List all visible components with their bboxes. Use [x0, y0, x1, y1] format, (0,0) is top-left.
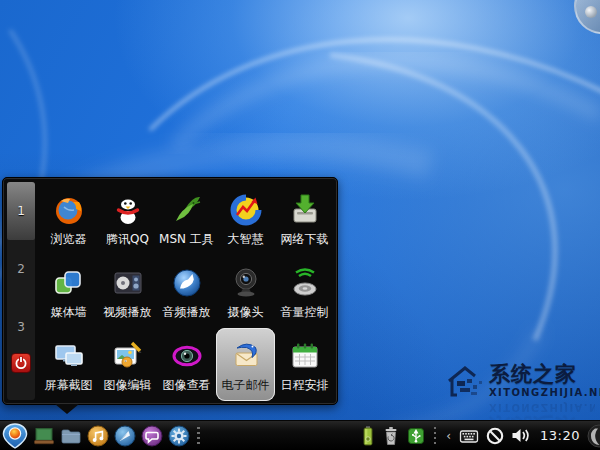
tray-input-disabled[interactable] [486, 427, 504, 445]
taskbar: ‹ [0, 420, 600, 450]
app-label: 音频播放 [163, 305, 211, 319]
taskbar-separator-handle[interactable] [195, 427, 202, 445]
app-grid: 浏览器 腾讯QQ [39, 183, 334, 401]
calendar-icon [286, 337, 324, 375]
taskbar-clock[interactable]: 13:20 [537, 428, 580, 443]
chat-bubble-icon [141, 425, 163, 447]
app-label: 图像编辑 [104, 378, 152, 392]
app-label: MSN 工具 [159, 232, 214, 246]
tray-collapse-button[interactable]: ‹ [445, 431, 452, 441]
tray-trash[interactable] [382, 426, 400, 446]
taskbar-item-files[interactable] [60, 425, 82, 447]
speaker-icon [511, 427, 530, 444]
watermark-subtitle: XITONGZHIJIA.NET [489, 387, 600, 398]
app-item-calendar[interactable]: 日程安排 [275, 328, 334, 401]
watermark-title: 系统之家 [489, 363, 600, 385]
app-item-email[interactable]: 电子邮件 [216, 328, 275, 401]
settings-gear-icon [168, 425, 190, 447]
audio-player-icon [168, 264, 206, 302]
launcher-pin-icon [2, 423, 28, 449]
taskbar-corner-button[interactable] [587, 424, 600, 448]
disabled-input-icon [486, 427, 504, 445]
taskbar-item-music[interactable] [87, 425, 109, 447]
app-label: 网络下载 [281, 232, 329, 246]
menu-pointer-arrow [55, 404, 79, 414]
volume-control-icon [286, 264, 324, 302]
menu-page-tab-1[interactable]: 1 [7, 182, 35, 240]
app-label: 浏览器 [51, 232, 87, 246]
app-item-webcam[interactable]: 摄像头 [216, 256, 275, 329]
tray-volume[interactable] [511, 427, 530, 444]
app-label: 摄像头 [228, 305, 264, 319]
app-label: 媒体墙 [51, 305, 87, 319]
app-item-videoplayer[interactable]: 视频播放 [98, 256, 157, 329]
taskbar-item-chat[interactable] [141, 425, 163, 447]
image-viewer-icon [168, 337, 206, 375]
taskbar-tray: ‹ [361, 424, 600, 448]
stock-chart-icon [227, 191, 265, 229]
taskbar-item-desktop[interactable] [33, 425, 55, 447]
tray-usb[interactable] [407, 427, 425, 445]
logo-disc-icon [587, 424, 600, 448]
screenshot-icon [50, 337, 88, 375]
compass-browser-icon [114, 425, 136, 447]
app-label: 大智慧 [228, 232, 264, 246]
app-label: 图像查看 [163, 378, 211, 392]
app-item-qq[interactable]: 腾讯QQ [98, 183, 157, 256]
media-wall-icon [50, 264, 88, 302]
app-label: 电子邮件 [222, 378, 270, 392]
app-launcher-menu: 1 2 3 浏览器 [2, 177, 338, 405]
thunderbird-mail-icon [227, 337, 265, 375]
app-item-download[interactable]: 网络下载 [275, 183, 334, 256]
app-label: 屏幕截图 [45, 378, 93, 392]
menu-page-sidebar: 1 2 3 [7, 182, 35, 400]
app-item-imageviewer[interactable]: 图像查看 [157, 328, 216, 401]
app-item-volumecontrol[interactable]: 音量控制 [275, 256, 334, 329]
app-item-screenshot[interactable]: 屏幕截图 [39, 328, 98, 401]
battery-icon [361, 425, 375, 447]
app-item-msn[interactable]: MSN 工具 [157, 183, 216, 256]
taskbar-left-icons [0, 423, 202, 449]
keyboard-icon [459, 427, 479, 445]
msn-bird-icon [168, 191, 206, 229]
tray-separator-handle[interactable] [432, 427, 439, 445]
widget-swirl-logo-icon [585, 6, 597, 18]
app-label: 日程安排 [281, 378, 329, 392]
video-player-icon [109, 264, 147, 302]
qq-penguin-icon [109, 191, 147, 229]
download-icon [286, 191, 324, 229]
file-manager-icon [60, 425, 82, 447]
menu-page-tab-2[interactable]: 2 [7, 240, 35, 298]
usb-icon [407, 427, 425, 445]
launcher-button[interactable] [2, 423, 28, 449]
tray-keyboard[interactable] [459, 427, 479, 445]
app-item-mediawall[interactable]: 媒体墙 [39, 256, 98, 329]
menu-page-tab-3[interactable]: 3 [7, 298, 35, 356]
app-item-dazhihui[interactable]: 大智慧 [216, 183, 275, 256]
app-item-audioplayer[interactable]: 音频播放 [157, 256, 216, 329]
music-player-icon [87, 425, 109, 447]
trash-icon [382, 426, 400, 446]
image-editor-icon [109, 337, 147, 375]
taskbar-item-browser[interactable] [114, 425, 136, 447]
power-button[interactable] [11, 353, 31, 373]
firefox-browser-icon [50, 191, 88, 229]
app-item-browser[interactable]: 浏览器 [39, 183, 98, 256]
power-icon [13, 355, 29, 371]
house-logo-icon [443, 359, 487, 401]
app-label: 音量控制 [281, 305, 329, 319]
desktop-board-icon [33, 425, 55, 447]
app-label: 腾讯QQ [106, 232, 149, 246]
tray-battery[interactable] [361, 425, 375, 447]
webcam-icon [227, 264, 265, 302]
app-item-imageeditor[interactable]: 图像编辑 [98, 328, 157, 401]
app-label: 视频播放 [104, 305, 152, 319]
taskbar-item-settings[interactable] [168, 425, 190, 447]
